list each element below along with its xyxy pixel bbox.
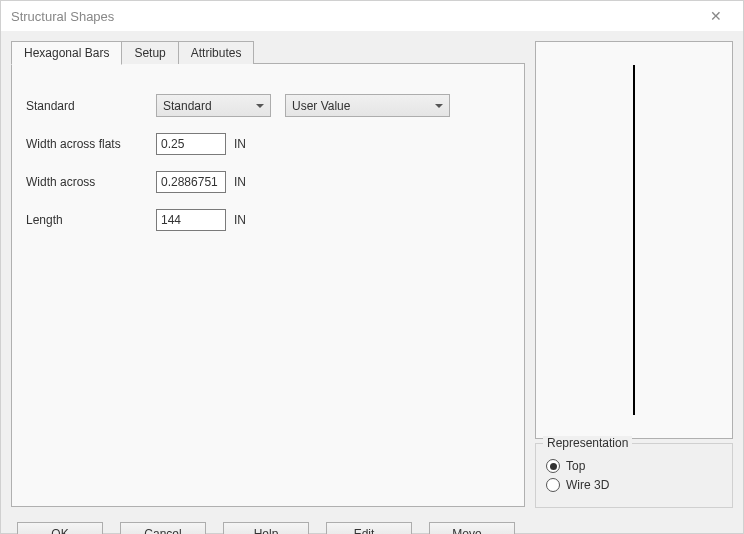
representation-legend: Representation	[543, 436, 632, 450]
radio-top-label: Top	[566, 459, 585, 473]
input-length[interactable]: 144	[156, 209, 226, 231]
representation-group: Representation Top Wire 3D	[535, 443, 733, 508]
label-width-flats: Width across flats	[26, 137, 156, 151]
radio-wire3d[interactable]	[546, 478, 560, 492]
dialog-body: Hexagonal Bars Setup Attributes Standard…	[1, 31, 743, 518]
structural-shapes-dialog: Structural Shapes ✕ Hexagonal Bars Setup…	[0, 0, 744, 534]
move-button[interactable]: Move...	[429, 522, 515, 534]
input-width-flats-value: 0.25	[161, 137, 184, 151]
preview-area	[535, 41, 733, 439]
input-width-flats[interactable]: 0.25	[156, 133, 226, 155]
preview-shape	[633, 65, 635, 415]
combo-user-value[interactable]: User Value	[285, 94, 450, 117]
unit-width-across: IN	[234, 175, 246, 189]
ok-button[interactable]: OK	[17, 522, 103, 534]
help-button[interactable]: Help	[223, 522, 309, 534]
radio-top-row[interactable]: Top	[546, 459, 722, 473]
unit-width-flats: IN	[234, 137, 246, 151]
row-width-across: Width across 0.2886751 IN	[26, 171, 510, 193]
row-standard: Standard Standard User Value	[26, 94, 510, 117]
unit-length: IN	[234, 213, 246, 227]
tab-bar: Hexagonal Bars Setup Attributes	[11, 41, 525, 64]
cancel-button[interactable]: Cancel	[120, 522, 206, 534]
label-standard: Standard	[26, 99, 156, 113]
radio-wire3d-label: Wire 3D	[566, 478, 609, 492]
radio-top[interactable]	[546, 459, 560, 473]
combo-standard[interactable]: Standard	[156, 94, 271, 117]
close-button[interactable]: ✕	[694, 1, 738, 31]
tab-attributes[interactable]: Attributes	[178, 41, 255, 64]
tab-hexagonal-bars[interactable]: Hexagonal Bars	[11, 41, 122, 65]
button-bar: OK Cancel Help Edit... Move...	[1, 518, 743, 534]
tab-panel: Standard Standard User Value Width acros…	[11, 63, 525, 507]
row-length: Length 144 IN	[26, 209, 510, 231]
radio-wire3d-row[interactable]: Wire 3D	[546, 478, 722, 492]
dialog-title: Structural Shapes	[11, 9, 114, 24]
right-panel: Representation Top Wire 3D	[535, 41, 733, 508]
tab-setup[interactable]: Setup	[121, 41, 178, 64]
combo-standard-value: Standard	[163, 99, 212, 113]
row-width-flats: Width across flats 0.25 IN	[26, 133, 510, 155]
chevron-down-icon	[435, 104, 443, 108]
input-width-across-value: 0.2886751	[161, 175, 218, 189]
label-length: Length	[26, 213, 156, 227]
titlebar: Structural Shapes ✕	[1, 1, 743, 31]
close-icon: ✕	[710, 8, 722, 24]
label-width-across: Width across	[26, 175, 156, 189]
chevron-down-icon	[256, 104, 264, 108]
combo-user-value-text: User Value	[292, 99, 350, 113]
left-panel: Hexagonal Bars Setup Attributes Standard…	[11, 41, 525, 508]
edit-button[interactable]: Edit...	[326, 522, 412, 534]
input-width-across[interactable]: 0.2886751	[156, 171, 226, 193]
input-length-value: 144	[161, 213, 181, 227]
